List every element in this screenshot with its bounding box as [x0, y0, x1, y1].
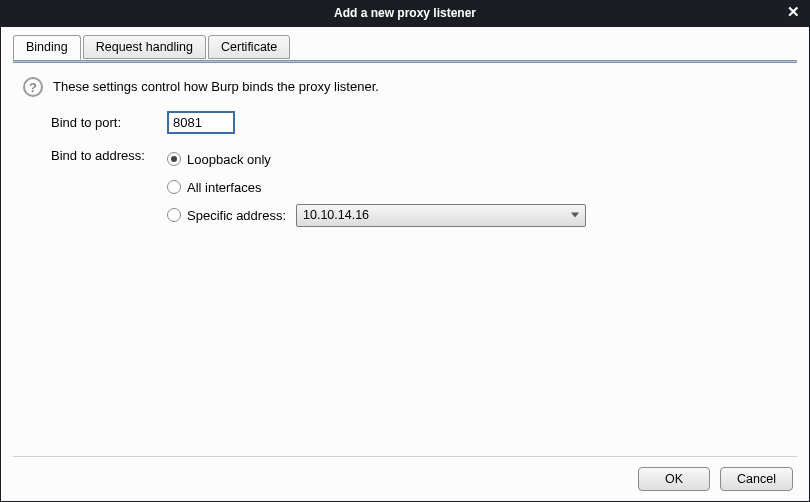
tab-binding[interactable]: Binding — [13, 35, 81, 60]
ok-button[interactable]: OK — [638, 467, 710, 491]
ok-button-label: OK — [665, 472, 683, 486]
cancel-button[interactable]: Cancel — [720, 467, 793, 491]
titlebar: Add a new proxy listener ✕ — [0, 0, 810, 26]
tab-certificate[interactable]: Certificate — [208, 35, 290, 59]
tab-certificate-label: Certificate — [221, 40, 277, 54]
cancel-button-label: Cancel — [737, 472, 776, 486]
specific-address-select[interactable]: 10.10.14.16 — [296, 204, 586, 227]
radio-specific-address[interactable] — [167, 208, 181, 222]
description-text: These settings control how Burp binds th… — [53, 79, 379, 94]
bind-port-label: Bind to port: — [51, 115, 167, 130]
radio-loopback[interactable] — [167, 152, 181, 166]
bind-port-input[interactable] — [167, 111, 235, 134]
tab-request-handling[interactable]: Request handling — [83, 35, 206, 59]
radio-all-interfaces[interactable] — [167, 180, 181, 194]
specific-address-value: 10.10.14.16 — [303, 208, 369, 222]
tab-bar: Binding Request handling Certificate — [1, 27, 809, 59]
close-icon[interactable]: ✕ — [784, 3, 802, 21]
window-title: Add a new proxy listener — [334, 6, 476, 20]
tab-binding-label: Binding — [26, 40, 68, 54]
radio-all-interfaces-label: All interfaces — [187, 180, 261, 195]
tab-request-handling-label: Request handling — [96, 40, 193, 54]
chevron-down-icon — [571, 213, 579, 218]
bind-address-label: Bind to address: — [51, 148, 167, 163]
help-icon[interactable]: ? — [23, 77, 43, 97]
radio-specific-address-label: Specific address: — [187, 208, 286, 223]
radio-loopback-label: Loopback only — [187, 152, 271, 167]
